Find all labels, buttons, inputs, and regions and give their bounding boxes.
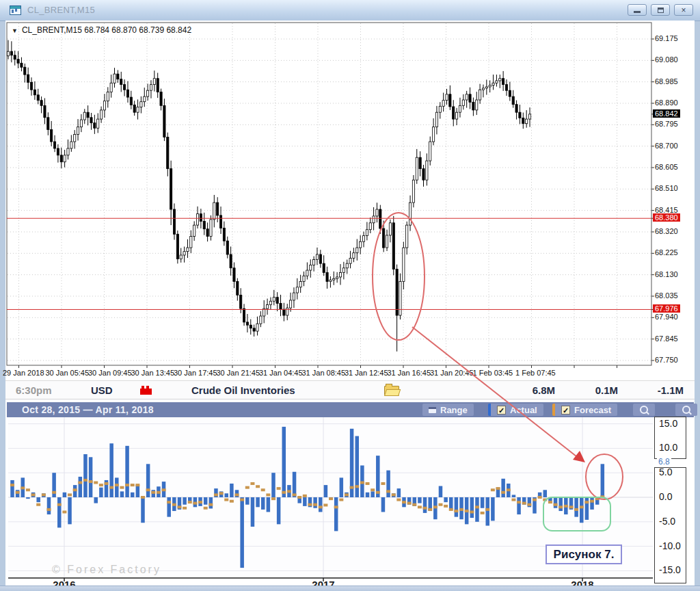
price-tick-label: 68.510 [655, 184, 678, 192]
bar-axis-label: 10.0 [659, 442, 677, 453]
price-tick-label: 69.080 [655, 55, 678, 64]
checkbox-checked-icon[interactable]: ✓ [497, 406, 506, 415]
window-content [5, 21, 695, 586]
forecast-label: Forecast [574, 405, 611, 415]
window-title: CL_BRENT,M15 [27, 5, 95, 15]
bar-axis-label: 5.0 [659, 467, 672, 477]
calendar-event-row[interactable]: 6:30pm USD Crude Oil Inventories 6.8M 0.… [5, 380, 695, 399]
event-previous: -1.1M [641, 384, 684, 396]
price-tick-label: 68.700 [655, 142, 678, 150]
time-tick-label: 30 Jan 05:45 [46, 369, 90, 377]
chevron-down-icon: ▼ [12, 27, 18, 34]
current-price-tag: 68.842 [653, 109, 680, 118]
time-tick-label: 31 Jan 12:45 [345, 369, 388, 377]
event-forecast: 0.1M [581, 384, 618, 396]
time-tick-label: 31 Jan 04:45 [259, 369, 303, 377]
ohlc-readout: CL_BRENT,M15 68.784 68.870 68.739 68.842 [22, 25, 191, 35]
bar-axis-label: -15.0 [659, 564, 681, 575]
price-tick-label: 68.415 [655, 206, 678, 214]
bar-axis-label: 0.0 [659, 491, 672, 502]
magnifier-icon [682, 406, 690, 414]
price-tick-label: 67.845 [655, 334, 678, 343]
event-actual: 6.8M [520, 384, 555, 396]
time-tick-label: 29 Jan 2018 [3, 369, 44, 377]
time-tick-label: 31 Jan 08:45 [302, 369, 346, 377]
chart-legend: ▼CL_BRENT,M15 68.784 68.870 68.739 68.84… [12, 25, 191, 35]
figure-caption-box: Рисунок 7. [546, 544, 622, 564]
time-tick-label: 1 Feb 03:45 [473, 369, 513, 377]
price-tick-label: 67.750 [655, 356, 678, 364]
bar-axis-label: -10.0 [659, 540, 681, 551]
figure-caption: Рисунок 7. [554, 548, 615, 562]
window-bottom-edge [0, 586, 700, 591]
bar-axis-label: 15.0 [659, 418, 677, 429]
price-tick-label: 68.035 [655, 291, 678, 300]
price-tick-label: 69.175 [655, 34, 678, 42]
window-titlebar: CL_BRENT,M15 × [0, 0, 700, 21]
zoom-in-button[interactable] [633, 404, 655, 416]
restore-button[interactable] [651, 4, 670, 16]
event-time: 6:30pm [16, 384, 52, 396]
time-tick-label: 1 Feb 07:45 [515, 369, 556, 377]
actual-toggle[interactable]: ✓ Actual [488, 404, 543, 416]
price-tick-label: 68.605 [655, 163, 678, 171]
date-range: Oct 28, 2015 — Apr 11, 2018 [22, 404, 154, 415]
level-price-tag: 68.380 [653, 213, 680, 222]
price-tick-label: 68.985 [655, 77, 678, 86]
minimize-button[interactable] [628, 4, 647, 16]
time-tick-label: 30 Jan 09:45 [88, 369, 132, 377]
magnifier-icon [640, 406, 648, 414]
time-tick-label: 30 Jan 13:45 [131, 369, 175, 377]
time-tick-label: 30 Jan 21:45 [217, 369, 260, 377]
time-tick-label: 31 Jan 20:45 [430, 369, 474, 377]
minimize-icon [634, 11, 641, 13]
time-tick-label: 30 Jan 17:45 [174, 369, 217, 377]
calendar-icon [429, 407, 436, 413]
high-impact-icon [140, 389, 152, 395]
price-tick-label: 68.320 [655, 227, 678, 235]
restore-icon [658, 8, 664, 13]
chart-window-icon [10, 5, 21, 15]
event-currency: USD [91, 384, 113, 396]
price-tick-label: 68.225 [655, 248, 678, 257]
close-button[interactable]: × [674, 4, 693, 16]
actual-label: Actual [510, 405, 537, 415]
price-tick-label: 68.890 [655, 98, 678, 107]
range-button[interactable]: Range [422, 404, 474, 416]
price-tick-label: 68.795 [655, 120, 678, 128]
checkbox-checked-icon[interactable]: ✓ [561, 406, 570, 415]
forex-factory-watermark: © Forex Factory [52, 564, 161, 576]
close-icon: × [681, 6, 686, 14]
time-tick-label: 31 Jan 16:45 [388, 369, 431, 377]
price-tick-label: 67.940 [655, 313, 678, 321]
hover-value-label: 6.8 [657, 457, 671, 467]
event-title: Crude Oil Inventories [191, 384, 295, 396]
open-folder-icon[interactable] [384, 386, 399, 396]
ff-chart-header: Oct 28, 2015 — Apr 11, 2018 Range ✓ Actu… [7, 402, 694, 417]
range-label: Range [440, 405, 468, 415]
price-tick-label: 68.130 [655, 270, 678, 278]
time-axis: 29 Jan 201830 Jan 05:4530 Jan 09:4530 Ja… [0, 369, 700, 378]
forecast-toggle[interactable]: ✓ Forecast [552, 404, 617, 416]
mt4-window: CL_BRENT,M15 × ▼CL_BRENT,M15 68.784 68.8… [0, 0, 700, 591]
bar-axis-label: -5.0 [659, 516, 675, 527]
zoom-out-button[interactable] [675, 404, 697, 416]
level-price-tag: 67.976 [653, 304, 680, 313]
